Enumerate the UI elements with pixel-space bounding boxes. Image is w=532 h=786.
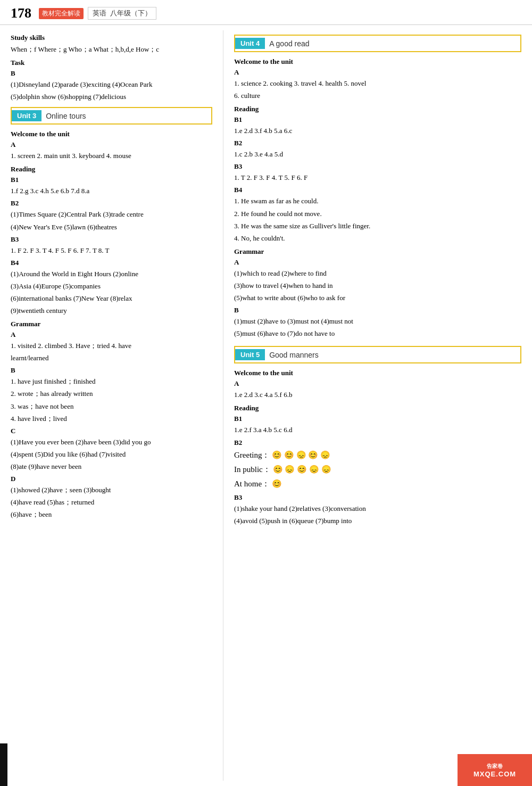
right-column: Unit 4 A good read Welcome to the unit A… [223, 30, 532, 781]
unit5-b2-greeting: Greeting： 😊 😊 😞 😊 😞 [234, 448, 521, 462]
unit4-grammar-a-line3: (5)what to write about (6)who to ask for [234, 292, 521, 304]
unit5-header: Unit 5 Good manners [234, 346, 521, 363]
content-area: Study skills When；f Where；g Who；a What；h… [0, 25, 532, 786]
unit3-b1-content: 1.f 2.g 3.c 4.h 5.e 6.b 7.d 8.a [11, 185, 212, 197]
unit4-b4-line4: 4. No, he couldn't. [234, 233, 521, 244]
unit3-b4-label: B4 [11, 259, 212, 267]
unit5-inpublic-emojis: 😊 😞 😊 😞 😞 [273, 465, 331, 474]
unit3-welcome-a-content: 1. screen 2. main unit 3. keyboard 4. mo… [11, 150, 212, 162]
left-column: Study skills When；f Where；g Who；a What；h… [0, 30, 223, 781]
unit3-b4-line2: (3)Asia (4)Europe (5)companies [11, 280, 212, 292]
unit3-title: Online tours [46, 112, 86, 120]
unit5-greeting-emojis: 😊 😊 😞 😊 😞 [272, 451, 330, 459]
unit5-b3-label: B3 [234, 493, 521, 502]
unit3-grammar-c-label: C [11, 427, 212, 435]
unit3-header: Unit 3 Online tours [11, 107, 212, 125]
unit3-grammar-d-line1: (1)showed (2)have；seen (3)bought [11, 484, 212, 496]
unit3-b2-label: B2 [11, 199, 212, 208]
unit5-badge: Unit 5 [235, 349, 265, 360]
unit4-welcome-heading: Welcome to the unit [234, 57, 521, 66]
unit5-b2-athome: At home： 😊 [234, 477, 521, 491]
unit4-badge: Unit 4 [235, 38, 265, 49]
unit5-b3-line1: (1)shake your hand (2)relatives (3)conve… [234, 503, 521, 515]
unit3-reading-heading: Reading [11, 165, 212, 173]
unit4-b3-label: B3 [234, 162, 521, 171]
unit5-b2-inpublic: In public： 😊 😞 😊 😞 😞 [234, 462, 521, 477]
unit4-welcome-a-line1: 1. science 2. cooking 3. travel 4. healt… [234, 78, 521, 89]
watermark: 告家卷 MXQE.COM [458, 754, 532, 786]
unit3-b4-line3: (6)international banks (7)New Year (8)re… [11, 293, 212, 304]
unit4-title: A good read [269, 39, 310, 48]
unit4-reading-heading: Reading [234, 105, 521, 113]
unit3-b3-content: 1. F 2. F 3. T 4. F 5. F 6. F 7. T 8. T [11, 245, 212, 257]
unit5-welcome-a: A [234, 379, 521, 388]
page-number: 178 [11, 5, 31, 21]
unit3-grammar-a-line2: learnt/learned [11, 352, 212, 364]
unit3-grammar-d-label: D [11, 475, 212, 483]
study-skills-heading: Study skills [11, 34, 212, 42]
unit3-grammar-d-line2: (4)have read (5)has；returned [11, 497, 212, 508]
header-subject: 英语 八年级（下） [88, 7, 156, 20]
unit5-b1-content: 1.e 2.f 3.a 4.b 5.c 6.d [234, 424, 521, 436]
unit3-b2-line1: (1)Times Square (2)Central Park (3)trade… [11, 209, 212, 220]
task-heading: Task [11, 59, 212, 67]
unit3-grammar-a-label: A [11, 330, 212, 339]
task-b-line2: (5)dolphin show (6)shopping (7)delicious [11, 91, 212, 103]
unit3-grammar-b-line1: 1. have just finished；finished [11, 376, 212, 387]
unit3-grammar-b-line4: 4. have lived；lived [11, 413, 212, 425]
unit3-b4-line1: (1)Around the World in Eight Hours (2)on… [11, 268, 212, 280]
unit3-grammar-b-line3: 3. was；have not been [11, 401, 212, 412]
unit4-grammar-a-line1: (1)which to read (2)where to find [234, 268, 521, 279]
unit3-b2-line2: (4)New Year's Eve (5)lawn (6)theatres [11, 221, 212, 233]
unit5-title: Good manners [269, 351, 319, 359]
unit4-welcome-a-line2: 6. culture [234, 90, 521, 102]
unit4-welcome-a: A [234, 68, 521, 77]
left-bar [0, 743, 7, 786]
unit4-b4-line3: 3. He was the same size as Gulliver's li… [234, 220, 521, 232]
unit4-b1-label: B1 [234, 115, 521, 124]
unit5-athome-emojis: 😊 [272, 479, 282, 488]
unit4-grammar-b-line2: (5)must (6)have to (7)do not have to [234, 328, 521, 340]
unit4-b4-line1: 1. He swam as far as he could. [234, 195, 521, 207]
header-badge: 教材完全解读 [39, 8, 84, 19]
unit4-b2-label: B2 [234, 139, 521, 147]
unit4-b4-label: B4 [234, 186, 521, 194]
task-b-label: B [11, 69, 212, 78]
unit3-welcome-heading: Welcome to the unit [11, 130, 212, 138]
task-b-line1: (1)Disneyland (2)parade (3)exciting (4)O… [11, 79, 212, 90]
page-container: 178 教材完全解读 英语 八年级（下） Study skills When；f… [0, 0, 532, 786]
unit3-grammar-c-line1: (1)Have you ever been (2)have been (3)di… [11, 436, 212, 448]
unit3-grammar-c-line2: (4)spent (5)Did you like (6)had (7)visit… [11, 449, 212, 460]
unit4-b1-content: 1.e 2.d 3.f 4.b 5.a 6.c [234, 125, 521, 137]
page-header: 178 教材完全解读 英语 八年级（下） [0, 0, 532, 25]
unit5-athome-label: At home： [234, 479, 270, 488]
unit3-grammar-b-label: B [11, 366, 212, 375]
unit5-welcome-heading: Welcome to the unit [234, 369, 521, 377]
unit4-grammar-b-line1: (1)must (2)have to (3)must not (4)must n… [234, 316, 521, 327]
unit4-header: Unit 4 A good read [234, 35, 521, 52]
unit4-grammar-a-line2: (3)how to travel (4)when to hand in [234, 280, 521, 292]
unit3-b4-line4: (9)twentieth century [11, 305, 212, 317]
unit4-b2-content: 1.c 2.b 3.e 4.a 5.d [234, 148, 521, 160]
unit3-badge: Unit 3 [12, 110, 41, 121]
unit4-b3-content: 1. T 2. F 3. F 4. T 5. F 6. F [234, 172, 521, 184]
unit3-grammar-b-line2: 2. wrote；has already written [11, 388, 212, 400]
unit5-b1-label: B1 [234, 415, 521, 423]
unit5-reading-heading: Reading [234, 404, 521, 412]
study-skills-content: When；f Where；g Who；a What；h,b,d,e How；c [11, 44, 212, 55]
unit5-b2-label: B2 [234, 438, 521, 447]
unit3-grammar-a-line1: 1. visited 2. climbed 3. Have；tried 4. h… [11, 340, 212, 352]
watermark-top: 告家卷 [487, 763, 503, 770]
unit3-grammar-d-line3: (6)have；been [11, 509, 212, 520]
unit3-welcome-a: A [11, 140, 212, 149]
watermark-bottom: MXQE.COM [473, 770, 516, 778]
unit4-grammar-a-label: A [234, 258, 521, 267]
unit5-welcome-a-content: 1.e 2.d 3.c 4.a 5.f 6.b [234, 389, 521, 401]
unit4-grammar-b-label: B [234, 306, 521, 315]
unit4-grammar-heading: Grammar [234, 247, 521, 256]
unit3-grammar-heading: Grammar [11, 320, 212, 328]
unit5-greeting-label: Greeting： [234, 451, 270, 459]
unit5-b3-line2: (4)avoid (5)push in (6)queue (7)bump int… [234, 515, 521, 527]
unit3-b1-label: B1 [11, 176, 212, 184]
unit3-grammar-c-line3: (8)ate (9)have never been [11, 461, 212, 473]
